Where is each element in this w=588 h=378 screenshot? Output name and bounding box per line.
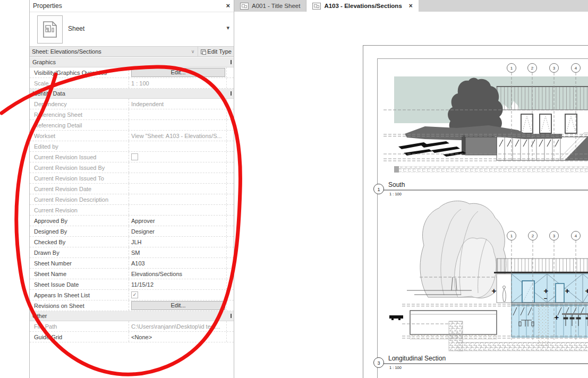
svg-text:3: 3 bbox=[553, 66, 556, 71]
property-row: DependencyIndependent bbox=[30, 99, 234, 109]
property-label: File Path bbox=[30, 323, 129, 330]
svg-text:1: 1 bbox=[510, 66, 513, 71]
property-value[interactable]: <None> bbox=[129, 332, 226, 342]
checkbox[interactable]: ✓ bbox=[131, 291, 138, 298]
property-value[interactable]: ✓ bbox=[129, 290, 226, 300]
property-label: Scale bbox=[30, 80, 129, 87]
property-row: Appears In Sheet List✓ bbox=[30, 290, 234, 300]
svg-text:−: − bbox=[544, 295, 547, 302]
type-selector[interactable]: Sheet ▾ bbox=[30, 12, 234, 47]
property-row: Sheet Issue Date11/15/12 bbox=[30, 279, 234, 290]
view-tab-a001[interactable]: A001 - Title Sheet bbox=[234, 0, 306, 12]
property-value bbox=[129, 205, 226, 215]
chevron-down-icon[interactable]: ▾ bbox=[226, 24, 229, 31]
property-row: Sheet NumberA103 bbox=[30, 258, 234, 269]
type-selector-label: Sheet bbox=[68, 25, 84, 32]
property-row: File PathC:\Users\ranjann\Desktop\id tes… bbox=[30, 321, 234, 332]
property-value bbox=[129, 194, 226, 204]
property-label: Current Revision bbox=[30, 207, 129, 213]
row-spacer bbox=[226, 131, 234, 141]
view-callout-number: 1 bbox=[377, 187, 380, 192]
property-label: Referencing Sheet bbox=[30, 111, 129, 118]
property-row: Current Revision Issued bbox=[30, 152, 234, 162]
property-label: Current Revision Issued bbox=[30, 154, 129, 160]
row-spacer bbox=[226, 321, 234, 331]
svg-text:3: 3 bbox=[553, 234, 556, 238]
row-spacer bbox=[226, 141, 234, 151]
property-value bbox=[129, 141, 226, 151]
property-value[interactable]: 11/15/12 bbox=[129, 279, 226, 289]
sheet-type-icon bbox=[37, 15, 63, 44]
row-spacer bbox=[226, 152, 234, 162]
properties-title: Properties bbox=[33, 2, 62, 10]
edit-type-button[interactable]: Edit Type bbox=[198, 47, 234, 56]
drawing-canvas[interactable]: 1 2 3 4 1 South 1 : 100 bbox=[234, 12, 588, 378]
property-value[interactable]: Edit... bbox=[129, 67, 226, 78]
sheet-icon bbox=[240, 3, 249, 10]
property-label: Dependency bbox=[30, 101, 129, 107]
property-row: Drawn BySM bbox=[30, 247, 234, 258]
view-tab-a103[interactable]: A103 - Elevations/Sections× bbox=[306, 0, 418, 12]
properties-palette: Properties × Sheet ▾ Sheet: Elevations/S… bbox=[29, 0, 234, 378]
property-value: C:\Users\ranjann\Desktop\id test... bbox=[129, 321, 226, 331]
close-icon[interactable]: × bbox=[409, 2, 413, 10]
property-row: Revisions on SheetEdit... bbox=[30, 300, 234, 311]
svg-text:1: 1 bbox=[510, 234, 513, 238]
view-title: Longitudinal Section bbox=[388, 355, 446, 362]
sheet-drawing: 1 2 3 4 1 South 1 : 100 bbox=[234, 12, 588, 378]
property-label: Sheet Issue Date bbox=[30, 281, 129, 288]
row-spacer bbox=[226, 216, 234, 226]
section-header[interactable]: Other bbox=[30, 311, 234, 321]
row-spacer bbox=[226, 269, 234, 279]
section-grip-icon bbox=[231, 91, 232, 96]
section-header[interactable]: Graphics bbox=[30, 57, 234, 67]
instance-selector-value[interactable]: Sheet: Elevations/Sections bbox=[30, 48, 190, 55]
sheet-icon bbox=[312, 3, 321, 10]
row-spacer bbox=[226, 247, 234, 257]
section-header[interactable]: Identity Data bbox=[30, 89, 234, 99]
edit-button[interactable]: Edit... bbox=[131, 68, 225, 77]
chevron-down-icon[interactable]: ∨ bbox=[190, 49, 198, 54]
property-row: WorksetView "Sheet: A103 - Elevations/S.… bbox=[30, 131, 234, 141]
property-value[interactable]: A103 bbox=[129, 258, 226, 268]
row-spacer bbox=[226, 237, 234, 247]
property-value[interactable]: Edit... bbox=[129, 300, 226, 311]
property-value[interactable]: Elevations/Sections bbox=[129, 269, 226, 279]
close-icon[interactable]: × bbox=[226, 0, 230, 12]
row-spacer bbox=[226, 279, 234, 289]
svg-text:2: 2 bbox=[532, 234, 534, 238]
property-label: Checked By bbox=[30, 239, 129, 245]
property-row: Current Revision Date bbox=[30, 184, 234, 194]
section-grip-icon bbox=[231, 314, 232, 318]
checkbox bbox=[131, 153, 138, 160]
edit-button[interactable]: Edit... bbox=[131, 301, 225, 310]
property-row: Current Revision Issued By bbox=[30, 162, 234, 173]
row-spacer bbox=[226, 332, 234, 342]
properties-palette-header[interactable]: Properties × bbox=[30, 0, 234, 12]
property-row: Current Revision Issued To bbox=[30, 173, 234, 184]
svg-text:+: + bbox=[544, 286, 549, 295]
edit-type-label: Edit Type bbox=[207, 48, 232, 55]
property-value[interactable]: SM bbox=[129, 247, 226, 257]
property-label: Current Revision Date bbox=[30, 186, 129, 192]
tab-label: A103 - Elevations/Sections bbox=[324, 3, 402, 9]
row-spacer bbox=[226, 67, 234, 78]
property-value[interactable]: JLH bbox=[129, 237, 226, 247]
property-value bbox=[129, 120, 226, 130]
property-value bbox=[129, 152, 226, 162]
property-value[interactable]: Designer bbox=[129, 226, 226, 236]
svg-text:+: + bbox=[585, 286, 588, 295]
svg-text:2: 2 bbox=[531, 66, 534, 71]
row-spacer bbox=[226, 173, 234, 183]
property-value: 1 : 100 bbox=[129, 78, 226, 88]
property-value bbox=[129, 184, 226, 194]
property-value bbox=[129, 173, 226, 183]
row-spacer bbox=[226, 258, 234, 268]
edit-type-icon bbox=[201, 49, 206, 54]
property-label: Workset bbox=[30, 133, 129, 139]
property-row: Scale1 : 100 bbox=[30, 78, 234, 89]
property-value[interactable]: Approver bbox=[129, 216, 226, 226]
property-value: Independent bbox=[129, 99, 226, 109]
instance-selector-bar: Sheet: Elevations/Sections ∨ Edit Type bbox=[30, 46, 234, 57]
view-callout-number: 3 bbox=[377, 360, 380, 366]
